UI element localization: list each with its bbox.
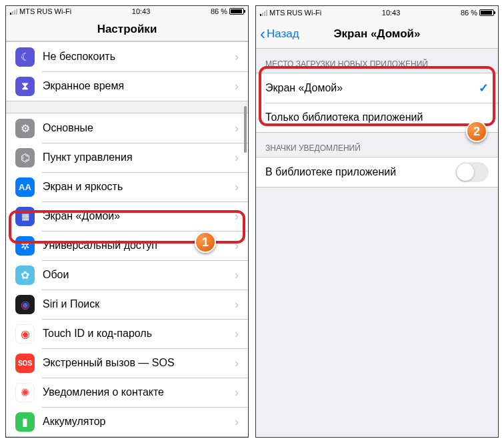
row-label: Пункт управления [43, 151, 231, 163]
siri-icon: ◉ [15, 295, 35, 314]
chevron-right-icon: › [235, 50, 239, 64]
text-size-icon: AA [15, 177, 35, 197]
row-label: Основные [43, 122, 231, 134]
status-bar: MTS RUS Wi-Fi 10:43 86 % [256, 6, 498, 19]
switches-icon: ⌬ [15, 148, 35, 167]
carrier-label: MTS RUS Wi-Fi [19, 7, 71, 15]
row-siri[interactable]: ◉ Siri и Поиск › [6, 290, 248, 319]
section-header-download-location: МЕСТО ЗАГРУЗКИ НОВЫХ ПРИЛОЖЕНИЙ [256, 49, 498, 73]
option-label: Экран «Домой» [265, 82, 479, 94]
back-button[interactable]: ‹ Назад [256, 26, 299, 42]
toggle-label: В библиотеке приложений [265, 166, 455, 178]
row-library-badges: В библиотеке приложений [256, 157, 498, 187]
chevron-right-icon: › [235, 180, 239, 194]
chevron-right-icon: › [235, 415, 239, 429]
section-header-badges: ЗНАЧКИ УВЕДОМЛЕНИЙ [256, 133, 498, 157]
row-label: Экранное время [43, 80, 231, 92]
row-wallpaper[interactable]: ✿ Обои › [6, 260, 248, 290]
options-group: Экран «Домой» ✓ Только библиотека прилож… [256, 73, 498, 133]
chevron-left-icon: ‹ [260, 26, 265, 42]
option-label: Только библиотека приложений [265, 111, 489, 123]
accessibility-icon: ✲ [15, 236, 35, 256]
clock: 10:43 [132, 7, 151, 15]
chevron-right-icon: › [235, 356, 239, 370]
row-touchid[interactable]: ◉ Touch ID и код-пароль › [6, 319, 248, 348]
exposure-icon: ✺ [15, 383, 35, 402]
battery-pct: 86 % [211, 7, 227, 15]
phone-right-home-screen-settings: MTS RUS Wi-Fi 10:43 86 % ‹ Назад Экран «… [255, 5, 499, 438]
battery-pct: 86 % [461, 9, 477, 17]
toggle-group: В библиотеке приложений [256, 157, 498, 187]
grid-icon: ▦ [15, 207, 35, 226]
option-app-library-only[interactable]: Только библиотека приложений [256, 103, 498, 132]
clock: 10:43 [382, 9, 401, 17]
phone-left-settings: MTS RUS Wi-Fi 10:43 86 % Настройки ☾ Не … [5, 5, 249, 438]
sos-icon: SOS [15, 354, 35, 373]
annotation-badge-1: 1 [195, 232, 216, 253]
chevron-right-icon: › [235, 239, 239, 253]
moon-icon: ☾ [15, 47, 35, 67]
chevron-right-icon: › [235, 209, 239, 224]
toggle-switch[interactable] [455, 162, 489, 182]
status-bar: MTS RUS Wi-Fi 10:43 86 % [6, 6, 248, 17]
chevron-right-icon: › [235, 327, 239, 341]
carrier-label: MTS RUS Wi-Fi [269, 9, 321, 17]
back-label: Назад [267, 27, 299, 41]
row-label: Siri и Поиск [43, 298, 231, 310]
row-screen-time[interactable]: ⧗ Экранное время › [6, 71, 248, 101]
signal-icon [10, 9, 17, 15]
nav-bar: Настройки [6, 17, 248, 42]
battery-icon: ▮ [15, 412, 35, 432]
row-label: Экран и яркость [43, 181, 231, 193]
row-label: Не беспокоить [43, 51, 231, 63]
row-control-center[interactable]: ⌬ Пункт управления › [6, 143, 248, 172]
row-label: Аккумулятор [43, 416, 231, 428]
nav-bar: ‹ Назад Экран «Домой» [256, 19, 498, 49]
row-general[interactable]: ⚙ Основные › [6, 113, 248, 143]
row-label: Экстренный вызов — SOS [43, 357, 231, 369]
row-label: Уведомления о контакте [43, 386, 231, 398]
battery-icon [229, 8, 244, 15]
fingerprint-icon: ◉ [15, 324, 35, 344]
row-home-screen[interactable]: ▦ Экран «Домой» › [6, 201, 248, 231]
signal-icon [260, 10, 267, 16]
row-label: Обои [43, 269, 231, 281]
chevron-right-icon: › [235, 386, 239, 400]
row-label: Экран «Домой» [43, 210, 231, 222]
row-battery[interactable]: ▮ Аккумулятор › [6, 407, 248, 436]
row-label: Touch ID и код-пароль [43, 328, 231, 340]
row-display[interactable]: AA Экран и яркость › [6, 172, 248, 201]
page-title: Настройки [6, 23, 248, 36]
settings-group-2: ⚙ Основные › ⌬ Пункт управления › AA Экр… [6, 113, 248, 437]
chevron-right-icon: › [235, 151, 239, 165]
row-exposure-notif[interactable]: ✺ Уведомления о контакте › [6, 378, 248, 407]
hourglass-icon: ⧗ [15, 77, 35, 96]
chevron-right-icon: › [235, 121, 239, 135]
battery-icon [479, 9, 494, 16]
option-home-screen[interactable]: Экран «Домой» ✓ [256, 73, 498, 103]
row-do-not-disturb[interactable]: ☾ Не беспокоить › [6, 42, 248, 71]
chevron-right-icon: › [235, 298, 239, 312]
flower-icon: ✿ [15, 266, 35, 285]
chevron-right-icon: › [235, 79, 239, 93]
row-sos[interactable]: SOS Экстренный вызов — SOS › [6, 348, 248, 378]
checkmark-icon: ✓ [479, 81, 489, 95]
annotation-badge-2: 2 [466, 121, 487, 142]
scroll-thumb[interactable] [244, 106, 247, 153]
settings-group-1: ☾ Не беспокоить › ⧗ Экранное время › [6, 41, 248, 101]
gear-icon: ⚙ [15, 119, 35, 138]
chevron-right-icon: › [235, 268, 239, 282]
